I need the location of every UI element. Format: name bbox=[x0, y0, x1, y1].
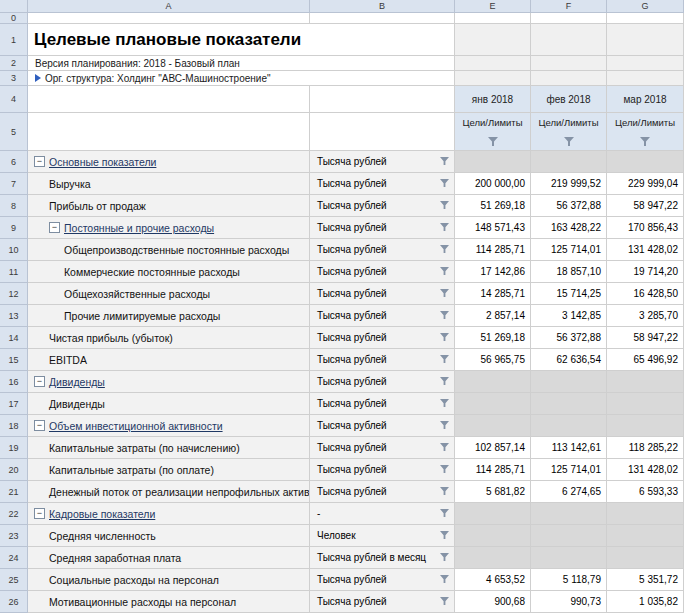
filter-icon[interactable] bbox=[440, 333, 449, 342]
row-label-cell[interactable]: Мотивационные расходы на персонал bbox=[28, 591, 310, 613]
value-cell[interactable]: 125 714,01 bbox=[531, 459, 607, 481]
value-cell[interactable] bbox=[607, 547, 684, 569]
row-number[interactable]: 3 bbox=[0, 71, 28, 86]
filter-icon[interactable] bbox=[440, 157, 449, 166]
value-cell[interactable]: 51 269,18 bbox=[455, 195, 531, 217]
value-cell[interactable] bbox=[607, 525, 684, 547]
value-cell[interactable] bbox=[607, 503, 684, 525]
filter-icon[interactable] bbox=[440, 575, 449, 584]
value-cell[interactable] bbox=[531, 503, 607, 525]
value-cell[interactable]: 1 035,82 bbox=[607, 591, 684, 613]
value-cell[interactable]: 58 947,22 bbox=[607, 327, 684, 349]
row-number[interactable]: 13 bbox=[0, 305, 28, 327]
row-label-cell[interactable]: Общехозяйственные расходы bbox=[28, 283, 310, 305]
row-label-cell[interactable]: Средняя численность bbox=[28, 525, 310, 547]
row-label-cell[interactable]: − Объем инвестиционной активности bbox=[28, 415, 310, 437]
row-number[interactable]: 19 bbox=[0, 437, 28, 459]
value-cell[interactable]: 5 351,72 bbox=[607, 569, 684, 591]
row-number[interactable]: 9 bbox=[0, 217, 28, 239]
filter-icon[interactable] bbox=[440, 201, 449, 210]
empty-cell[interactable] bbox=[607, 13, 684, 24]
empty-cell[interactable] bbox=[28, 13, 310, 24]
measure-header-cell[interactable]: Цели/Лимиты bbox=[455, 113, 531, 151]
value-cell[interactable] bbox=[531, 525, 607, 547]
empty-cell[interactable] bbox=[531, 56, 607, 71]
value-cell[interactable] bbox=[455, 371, 531, 393]
filter-icon[interactable] bbox=[440, 487, 449, 496]
value-cell[interactable]: 17 142,86 bbox=[455, 261, 531, 283]
column-header-f[interactable]: F bbox=[531, 0, 607, 13]
empty-cell[interactable] bbox=[531, 24, 607, 56]
value-cell[interactable]: 148 571,43 bbox=[455, 217, 531, 239]
empty-cell[interactable] bbox=[455, 56, 531, 71]
row-number[interactable]: 14 bbox=[0, 327, 28, 349]
column-header-b[interactable]: B bbox=[310, 0, 455, 13]
value-cell[interactable] bbox=[455, 393, 531, 415]
value-cell[interactable]: 6 274,65 bbox=[531, 481, 607, 503]
month-header-mar[interactable]: мар 2018 bbox=[607, 86, 684, 113]
row-label-cell[interactable]: Капитальные затраты (по начислению) bbox=[28, 437, 310, 459]
value-cell[interactable]: 200 000,00 bbox=[455, 173, 531, 195]
row-number[interactable]: 25 bbox=[0, 569, 28, 591]
value-cell[interactable] bbox=[531, 415, 607, 437]
row-label-cell[interactable]: − Основные показатели bbox=[28, 151, 310, 173]
filter-icon[interactable] bbox=[440, 465, 449, 474]
empty-cell[interactable] bbox=[310, 13, 455, 24]
row-number[interactable]: 20 bbox=[0, 459, 28, 481]
value-cell[interactable] bbox=[531, 151, 607, 173]
row-number[interactable]: 8 bbox=[0, 195, 28, 217]
filter-icon[interactable] bbox=[440, 245, 449, 254]
row-unit-cell[interactable]: Тысяча рублей bbox=[310, 349, 455, 371]
empty-cell[interactable] bbox=[310, 113, 455, 151]
row-number[interactable]: 2 bbox=[0, 56, 28, 71]
filter-icon[interactable] bbox=[440, 223, 449, 232]
filter-icon[interactable] bbox=[640, 137, 650, 147]
value-cell[interactable] bbox=[455, 503, 531, 525]
row-unit-cell[interactable]: Тысяча рублей bbox=[310, 415, 455, 437]
value-cell[interactable]: 58 947,22 bbox=[607, 195, 684, 217]
row-unit-cell[interactable]: Тысяча рублей bbox=[310, 393, 455, 415]
empty-cell[interactable] bbox=[607, 71, 684, 86]
value-cell[interactable] bbox=[607, 371, 684, 393]
value-cell[interactable]: 6 593,33 bbox=[607, 481, 684, 503]
value-cell[interactable]: 229 999,04 bbox=[607, 173, 684, 195]
row-label-cell[interactable]: − Дивиденды bbox=[28, 371, 310, 393]
row-unit-cell[interactable]: Тысяча рублей bbox=[310, 261, 455, 283]
collapse-icon[interactable]: − bbox=[34, 508, 45, 519]
filter-icon[interactable] bbox=[440, 509, 449, 518]
row-unit-cell[interactable]: - bbox=[310, 503, 455, 525]
value-cell[interactable] bbox=[531, 371, 607, 393]
empty-cell[interactable] bbox=[455, 13, 531, 24]
row-label-cell[interactable]: Выручка bbox=[28, 173, 310, 195]
column-header-g[interactable]: G bbox=[607, 0, 684, 13]
column-header-e[interactable]: E bbox=[455, 0, 531, 13]
empty-cell[interactable] bbox=[28, 113, 310, 151]
month-header-jan[interactable]: янв 2018 bbox=[455, 86, 531, 113]
filter-icon[interactable] bbox=[440, 553, 449, 562]
row-label-cell[interactable]: − Постоянные и прочие расходы bbox=[28, 217, 310, 239]
value-cell[interactable]: 4 653,52 bbox=[455, 569, 531, 591]
filter-icon[interactable] bbox=[440, 531, 449, 540]
row-unit-cell[interactable]: Тысяча рублей bbox=[310, 217, 455, 239]
filter-icon[interactable] bbox=[440, 443, 449, 452]
row-label-cell[interactable]: Денежный поток от реализации непрофильны… bbox=[28, 481, 310, 503]
row-label-cell[interactable]: Капитальные затраты (по оплате) bbox=[28, 459, 310, 481]
value-cell[interactable]: 102 857,14 bbox=[455, 437, 531, 459]
value-cell[interactable] bbox=[531, 547, 607, 569]
empty-cell[interactable] bbox=[455, 71, 531, 86]
value-cell[interactable]: 65 496,92 bbox=[607, 349, 684, 371]
value-cell[interactable]: 56 372,88 bbox=[531, 327, 607, 349]
value-cell[interactable]: 125 714,01 bbox=[531, 239, 607, 261]
value-cell[interactable] bbox=[607, 415, 684, 437]
filter-icon[interactable] bbox=[440, 355, 449, 364]
value-cell[interactable] bbox=[607, 151, 684, 173]
measure-header-cell[interactable]: Цели/Лимиты bbox=[607, 113, 684, 151]
collapse-icon[interactable]: − bbox=[34, 376, 45, 387]
value-cell[interactable]: 56 372,88 bbox=[531, 195, 607, 217]
row-label-cell[interactable]: Прибыль от продаж bbox=[28, 195, 310, 217]
value-cell[interactable] bbox=[455, 151, 531, 173]
value-cell[interactable]: 131 428,02 bbox=[607, 459, 684, 481]
value-cell[interactable]: 2 857,14 bbox=[455, 305, 531, 327]
empty-cell[interactable] bbox=[607, 24, 684, 56]
value-cell[interactable] bbox=[455, 415, 531, 437]
